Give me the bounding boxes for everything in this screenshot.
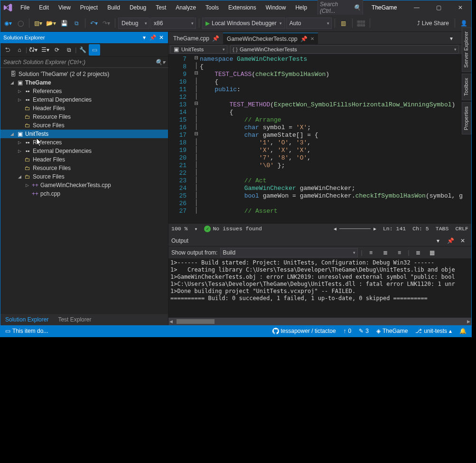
tree-node[interactable]: 🗀Resource Files xyxy=(0,164,168,172)
se-collapse-button[interactable]: ⧉ xyxy=(63,44,75,56)
tree-node[interactable]: ▷▪▪External Dependencies xyxy=(0,147,168,155)
menu-project[interactable]: Project xyxy=(75,2,103,13)
output-title-label: Output xyxy=(171,237,188,244)
doctabs-dropdown[interactable]: ▾ xyxy=(446,33,457,44)
se-sync-button[interactable]: 🗘▾ xyxy=(28,44,39,56)
tree-node[interactable]: 🗀Header Files xyxy=(0,104,168,113)
menu-file[interactable]: File xyxy=(16,2,34,13)
se-properties-button[interactable]: 🔧 xyxy=(77,44,88,56)
se-refresh-button[interactable]: ⟳ xyxy=(51,44,63,56)
restore-button[interactable]: ▢ xyxy=(428,0,449,15)
window-position-icon[interactable]: ▾ xyxy=(140,34,148,41)
col-indicator: Ch: 5 xyxy=(412,226,429,232)
close-panel-icon[interactable]: ✕ xyxy=(158,34,165,41)
pin-icon[interactable]: 📌 xyxy=(445,235,456,246)
menu-analyze[interactable]: Analyze xyxy=(171,2,201,13)
menu-extensions[interactable]: Extensions xyxy=(224,2,261,13)
pin-icon[interactable]: 📌 xyxy=(300,36,308,42)
menu-tools[interactable]: Tools xyxy=(201,2,224,13)
tab-solution-explorer[interactable]: Solution Explorer xyxy=(0,314,53,325)
output-wordwrap-icon[interactable]: ≣ xyxy=(412,247,424,258)
notifications-icon[interactable]: 🔔 xyxy=(459,328,467,334)
solution-config-combo[interactable]: Debug xyxy=(118,18,149,29)
tree-project-thegame[interactable]: ◢▣ TheGame xyxy=(0,78,168,87)
output-source-combo[interactable]: Build xyxy=(220,248,358,257)
tree-node[interactable]: ▷▪▪References xyxy=(0,87,168,95)
tree-project-unittests[interactable]: ◢▣ UnitTests xyxy=(0,130,168,138)
nav-member-combo[interactable]: { } GameWinCheckerTests xyxy=(230,45,459,54)
output-content[interactable]: 1>------ Build started: Project: UnitTes… xyxy=(168,258,471,318)
solution-platform-combo[interactable]: x86 xyxy=(150,18,196,29)
menu-view[interactable]: View xyxy=(54,2,75,13)
debugger-auto-combo[interactable]: Auto xyxy=(286,18,332,29)
live-share-button[interactable]: ⤴ Live Share xyxy=(414,20,452,27)
status-item-info[interactable]: ▭ This item do... xyxy=(5,328,48,334)
side-tab-properties[interactable]: Properties xyxy=(462,102,471,134)
quick-launch-search[interactable]: Search (Ctrl... 🔍 xyxy=(317,0,363,16)
tree-file-gamewinchecker[interactable]: ▷++GameWinCheckerTests.cpp xyxy=(0,181,168,189)
output-toggle-icon[interactable]: ▦ xyxy=(427,247,438,258)
tree-node[interactable]: 🗀Header Files xyxy=(0,155,168,164)
se-pending-button[interactable]: ☰▾ xyxy=(39,44,51,56)
indent-mode[interactable]: TABS xyxy=(436,226,449,232)
output-from-label: Show output from: xyxy=(171,249,217,256)
tree-node[interactable]: ▷▪▪References xyxy=(0,138,168,147)
menu-window[interactable]: Window xyxy=(261,2,291,13)
tab-test-explorer[interactable]: Test Explorer xyxy=(53,314,96,325)
se-back-button[interactable]: ⮌ xyxy=(2,44,13,56)
window-position-icon[interactable]: ▾ xyxy=(432,235,444,246)
save-button[interactable]: 💾 xyxy=(58,18,70,29)
open-file-button[interactable]: 📂▾ xyxy=(45,18,57,29)
status-branch[interactable]: ⎇ unit-tests ▴ xyxy=(415,328,452,334)
outline-margin[interactable]: ⊟│⊟│││⊟│││⊟││││││││││ xyxy=(193,55,200,223)
se-show-all-button[interactable]: ▭ xyxy=(89,44,100,56)
tree-solution-node[interactable]: 🗄 Solution 'TheGame' (2 of 2 projects) xyxy=(0,70,168,78)
menu-help[interactable]: Help xyxy=(290,2,312,13)
pin-icon[interactable]: 📌 xyxy=(149,34,157,41)
menu-debug[interactable]: Debug xyxy=(125,2,151,13)
start-debugging-button[interactable]: ▶ Local Windows Debugger ▾ xyxy=(202,18,285,29)
redo-button[interactable]: ↷▾ xyxy=(101,18,112,29)
new-project-button[interactable]: ▧▾ xyxy=(32,18,44,29)
nav-back-button[interactable]: ◉▾ xyxy=(2,18,14,29)
menu-build[interactable]: Build xyxy=(103,2,125,13)
nav-scope-combo[interactable]: ▣ UnitTests xyxy=(170,45,227,54)
minimize-button[interactable]: — xyxy=(406,0,428,15)
toolbar-extra2[interactable]: ░░ xyxy=(355,18,367,29)
menu-edit[interactable]: Edit xyxy=(34,2,54,13)
nav-forward-button[interactable]: ◯ xyxy=(15,18,26,29)
solution-tree[interactable]: 🗄 Solution 'TheGame' (2 of 2 projects) ◢… xyxy=(0,68,168,314)
doc-tab-thegame[interactable]: TheGame.cpp 📌 xyxy=(169,33,223,44)
toolbar-extra1[interactable]: ▥ xyxy=(338,18,349,29)
se-search-box[interactable]: Search Solution Explorer (Ctrl+;) 🔍▾ xyxy=(0,57,168,68)
tree-node[interactable]: ▷▪▪External Dependencies xyxy=(0,95,168,104)
tree-file-pch[interactable]: ++pch.cpp xyxy=(0,189,168,198)
pin-icon[interactable]: 📌 xyxy=(212,35,219,42)
output-goto-prev-icon[interactable]: ≡ xyxy=(365,247,377,258)
line-endings[interactable]: CRLF xyxy=(455,226,468,232)
save-all-button[interactable]: ⧉ xyxy=(71,18,82,29)
close-panel-icon[interactable]: ✕ xyxy=(457,235,468,246)
doc-tab-tests[interactable]: GameWinCheckerTests.cpp 📌 ✕ xyxy=(223,33,318,44)
editor-status-bar: 100 %▾ ✓No issues found ◀ ─────────── ▶ … xyxy=(168,223,471,234)
status-repo[interactable]: tessapower / tictactoe xyxy=(272,328,336,334)
code-editor[interactable]: 789101112131415161718192021222324252627 … xyxy=(168,55,471,234)
code-content[interactable]: namespace GameWinCheckerTests{ TEST_CLAS… xyxy=(200,55,471,223)
side-tab-toolbox[interactable]: Toolbox xyxy=(462,74,471,100)
side-tab-server-explorer[interactable]: Server Explorer xyxy=(462,27,471,72)
menu-test[interactable]: Test xyxy=(151,2,171,13)
output-horiz-scrollbar[interactable]: ◀ ▶ xyxy=(168,318,471,325)
output-clear-icon[interactable]: ≡ xyxy=(394,247,405,258)
undo-button[interactable]: ↶▾ xyxy=(88,18,100,29)
tree-node[interactable]: 🗀Resource Files xyxy=(0,113,168,121)
status-incoming[interactable]: ↑ 0 xyxy=(344,328,352,334)
output-goto-next-icon[interactable]: ≣ xyxy=(380,247,391,258)
close-button[interactable]: ✕ xyxy=(449,0,471,15)
status-outgoing[interactable]: ✎ 3 xyxy=(359,328,369,334)
status-project[interactable]: ◈ TheGame xyxy=(376,328,408,334)
tree-node[interactable]: 🗀Source Files xyxy=(0,121,168,130)
zoom-level[interactable]: 100 % xyxy=(171,226,188,232)
tree-node[interactable]: ◢🗀Source Files xyxy=(0,172,168,181)
close-tab-icon[interactable]: ✕ xyxy=(310,36,314,41)
se-home-button[interactable]: ⌂ xyxy=(14,44,25,56)
